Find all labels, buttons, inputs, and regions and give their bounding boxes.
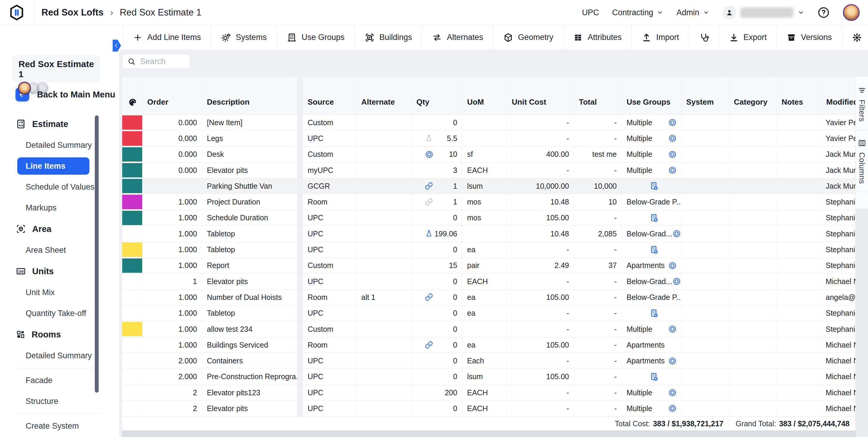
cell-category[interactable] (729, 337, 777, 353)
cell-use-groups[interactable]: Apartments (622, 258, 681, 273)
cell-modified[interactable]: Stephanie (822, 321, 861, 337)
cell-source[interactable]: Room (303, 289, 356, 305)
cell-system[interactable] (681, 353, 729, 369)
cell-alternate[interactable] (356, 178, 412, 194)
cell-modified[interactable]: Jack Mun (822, 178, 861, 194)
cell-modified[interactable]: Jack Mun (822, 147, 861, 162)
cell-order[interactable]: 0.000 (143, 115, 202, 130)
cell-alternate[interactable] (356, 353, 412, 369)
row-color-swatch[interactable] (122, 401, 143, 416)
row-color-swatch[interactable] (122, 210, 143, 226)
cell-category[interactable] (729, 369, 777, 384)
sidebar-item-facade[interactable]: Facade (12, 370, 107, 391)
cell-system[interactable] (681, 385, 729, 400)
cell-use-groups[interactable]: Multiple (622, 115, 681, 130)
column-header-notes[interactable]: Notes (777, 77, 822, 115)
cell-system[interactable] (681, 274, 729, 289)
cell-qty[interactable]: 0 (412, 369, 462, 384)
cell-total[interactable]: - (574, 369, 622, 384)
column-header-category[interactable]: Category (729, 77, 777, 115)
cell-alternate[interactable] (356, 115, 412, 130)
cell-category[interactable] (729, 242, 777, 257)
cell-category[interactable] (729, 289, 777, 305)
cell-source[interactable]: UPC (303, 353, 356, 369)
versions-button[interactable]: Versions (777, 25, 842, 50)
add-line-items-button[interactable]: Add Line Items (123, 25, 211, 50)
row-color-swatch[interactable] (122, 306, 143, 321)
cell-uom[interactable]: ea (462, 337, 507, 353)
table-row[interactable]: 1.000TabletopUPC0ea--Stephanie (122, 306, 856, 321)
cell-category[interactable] (729, 194, 777, 210)
cell-qty[interactable]: 10 (412, 147, 462, 162)
avatar[interactable] (843, 4, 860, 21)
cell-notes[interactable] (777, 337, 822, 353)
cell-uom[interactable]: EACH (462, 162, 507, 178)
search-box[interactable] (123, 55, 190, 68)
cell-category[interactable] (729, 226, 777, 242)
cell-category[interactable] (729, 385, 777, 400)
table-row[interactable]: 1.000ReportCustom15pair2.4937ApartmentsS… (122, 258, 856, 274)
cell-system[interactable] (681, 162, 729, 178)
cell-notes[interactable] (777, 306, 822, 321)
cell-order[interactable]: 1.000 (143, 306, 202, 321)
column-header-use-groups[interactable]: Use Groups (622, 77, 681, 115)
cell-total[interactable]: - (574, 337, 622, 353)
row-color-swatch[interactable] (122, 115, 143, 130)
columns-panel-tab[interactable]: Columns (856, 130, 868, 192)
cell-unit-cost[interactable]: - (507, 401, 574, 416)
building-plus-icon[interactable] (649, 372, 659, 381)
cell-unit-cost[interactable]: 105.00 (507, 210, 574, 226)
cell-notes[interactable] (777, 289, 822, 305)
cell-modified[interactable]: Stephanie (822, 306, 861, 321)
cell-modified[interactable]: Stephanie (822, 194, 861, 210)
table-row[interactable]: 0.000DeskCustom10sf400.00test meMultiple… (122, 147, 856, 162)
cell-qty[interactable]: 1 (412, 194, 462, 210)
cell-alternate[interactable] (356, 258, 412, 273)
cell-category[interactable] (729, 162, 777, 178)
alternates-button[interactable]: Alternates (422, 25, 493, 50)
cell-modified[interactable]: Jack Mun (822, 162, 861, 178)
cell-category[interactable] (729, 258, 777, 273)
cell-order[interactable]: 1.000 (143, 289, 202, 305)
cell-unit-cost[interactable]: - (507, 242, 574, 257)
cell-unit-cost[interactable]: 10.48 (507, 194, 574, 210)
cell-total[interactable]: 37 (574, 258, 622, 273)
cell-use-groups[interactable]: Multiple (622, 162, 681, 178)
cell-notes[interactable] (777, 131, 822, 146)
cell-qty[interactable]: 0 (412, 115, 462, 130)
cell-order[interactable]: 0.000 (143, 147, 202, 162)
cell-description[interactable]: Legs (202, 131, 298, 146)
cell-description[interactable]: Containers (202, 353, 298, 369)
row-color-swatch[interactable] (122, 147, 143, 162)
cell-qty[interactable]: 0 (412, 242, 462, 257)
cell-qty[interactable]: 0 (412, 337, 462, 353)
cell-system[interactable] (681, 401, 729, 416)
breadcrumb-project[interactable]: Red Sox Lofts (41, 7, 103, 18)
vertical-scrollbar[interactable] (856, 209, 868, 437)
cell-notes[interactable] (777, 210, 822, 226)
cell-source[interactable]: Room (303, 337, 356, 353)
cell-uom[interactable] (462, 226, 507, 242)
cell-source[interactable]: Custom (303, 258, 356, 273)
cell-unit-cost[interactable]: 10.48 (507, 226, 574, 242)
row-color-swatch[interactable] (122, 385, 143, 400)
use-group-badge-icon[interactable] (668, 134, 677, 143)
cell-notes[interactable] (777, 321, 822, 337)
cell-description[interactable]: Elevator pits (202, 401, 298, 416)
building-plus-icon[interactable] (649, 309, 659, 318)
cell-system[interactable] (681, 131, 729, 146)
cell-uom[interactable]: sf (462, 147, 507, 162)
cell-unit-cost[interactable]: - (507, 321, 574, 337)
table-row[interactable]: 1.000Number of Dual HoistsRoomalt 10ea10… (122, 289, 856, 305)
table-row[interactable]: 2Elevator pitsUPC0EACH--MultipleMichael … (122, 401, 856, 416)
use-group-badge-icon[interactable] (672, 229, 681, 238)
column-header-source[interactable]: Source (303, 77, 356, 115)
cell-qty[interactable]: 200 (412, 385, 462, 400)
cell-alternate[interactable] (356, 337, 412, 353)
link-icon[interactable] (425, 198, 433, 206)
cell-unit-cost[interactable]: 105.00 (507, 289, 574, 305)
link-icon[interactable] (425, 341, 433, 349)
row-color-swatch[interactable] (122, 242, 143, 257)
column-header-system[interactable]: System (681, 77, 729, 115)
cell-modified[interactable]: Yavier Per (822, 131, 861, 146)
